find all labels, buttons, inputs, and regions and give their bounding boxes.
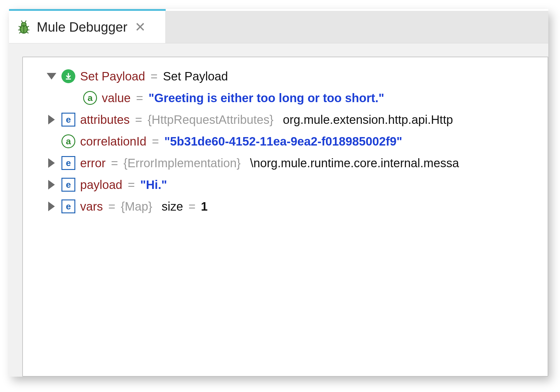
equals-sign: = <box>149 135 161 147</box>
attribute-icon: a <box>83 91 97 105</box>
node-value: org.mule.extension.http.api.Http <box>283 114 453 126</box>
debugger-panel: Mule Debugger ✕ Set Payload <box>9 9 548 377</box>
equals-sign: = <box>106 200 118 212</box>
tab-bar: Mule Debugger ✕ <box>9 11 548 43</box>
element-icon: e <box>61 113 75 127</box>
tree-node-value[interactable]: a value = "Greeting is either too long o… <box>46 91 548 105</box>
size-label: size <box>162 200 183 212</box>
node-key: Set Payload <box>80 70 145 82</box>
node-value: "Greeting is either too long or too shor… <box>149 92 384 104</box>
svg-line-7 <box>19 32 21 33</box>
chevron-right-icon[interactable] <box>46 202 57 211</box>
variables-tree: Set Payload = Set Payload a value = "Gre… <box>22 57 548 377</box>
tab-title: Mule Debugger <box>37 20 127 35</box>
svg-line-8 <box>26 32 29 33</box>
tree-node-vars[interactable]: e vars = {Map} size = 1 <box>46 199 548 213</box>
tree-node-correlation-id[interactable]: a correlationId = "5b31de60-4152-11ea-9e… <box>46 134 548 148</box>
size-value: 1 <box>201 200 208 212</box>
node-key: value <box>102 92 131 104</box>
tree-node-set-payload[interactable]: Set Payload = Set Payload <box>46 69 548 83</box>
tree-node-payload[interactable]: e payload = "Hi." <box>46 178 548 192</box>
chevron-right-icon[interactable] <box>46 158 57 168</box>
node-value: "Hi." <box>140 179 167 191</box>
node-value: "5b31de60-4152-11ea-9ea2-f018985002f9" <box>164 135 402 147</box>
element-icon: e <box>61 199 75 213</box>
chevron-right-icon[interactable] <box>46 180 57 190</box>
chevron-right-icon[interactable] <box>46 115 57 124</box>
svg-line-10 <box>25 20 26 22</box>
chevron-down-icon[interactable] <box>46 73 57 80</box>
panel-wrapper: Mule Debugger ✕ Set Payload <box>0 0 560 392</box>
tree-node-attributes[interactable]: e attributes = {HttpRequestAttributes} o… <box>46 113 548 127</box>
node-key: attributes <box>80 114 130 126</box>
download-icon <box>61 69 75 83</box>
equals-sign: = <box>108 157 120 169</box>
node-type: {ErrorImplementation} <box>124 157 241 169</box>
svg-line-9 <box>21 20 22 22</box>
bug-icon <box>16 20 31 35</box>
equals-sign: = <box>133 114 145 126</box>
equals-sign: = <box>186 200 198 212</box>
equals-sign: = <box>148 70 160 82</box>
equals-sign: = <box>134 92 145 104</box>
node-value: Set Payload <box>163 70 228 82</box>
attribute-icon: a <box>61 134 75 148</box>
node-type: {HttpRequestAttributes} <box>148 114 274 126</box>
tab-mule-debugger[interactable]: Mule Debugger ✕ <box>9 11 166 43</box>
node-key: vars <box>80 200 103 212</box>
node-value: \norg.mule.runtime.core.internal.messa <box>250 157 459 169</box>
node-key: payload <box>80 179 122 191</box>
panel-body: Set Payload = Set Payload a value = "Gre… <box>9 43 548 377</box>
element-icon: e <box>61 178 75 192</box>
element-icon: e <box>61 156 75 170</box>
node-key: correlationId <box>80 135 146 147</box>
node-type: {Map} <box>121 200 152 212</box>
close-icon[interactable]: ✕ <box>135 20 146 34</box>
tree-node-error[interactable]: e error = {ErrorImplementation} \norg.mu… <box>46 156 548 170</box>
equals-sign: = <box>125 179 137 191</box>
node-key: error <box>80 157 105 169</box>
